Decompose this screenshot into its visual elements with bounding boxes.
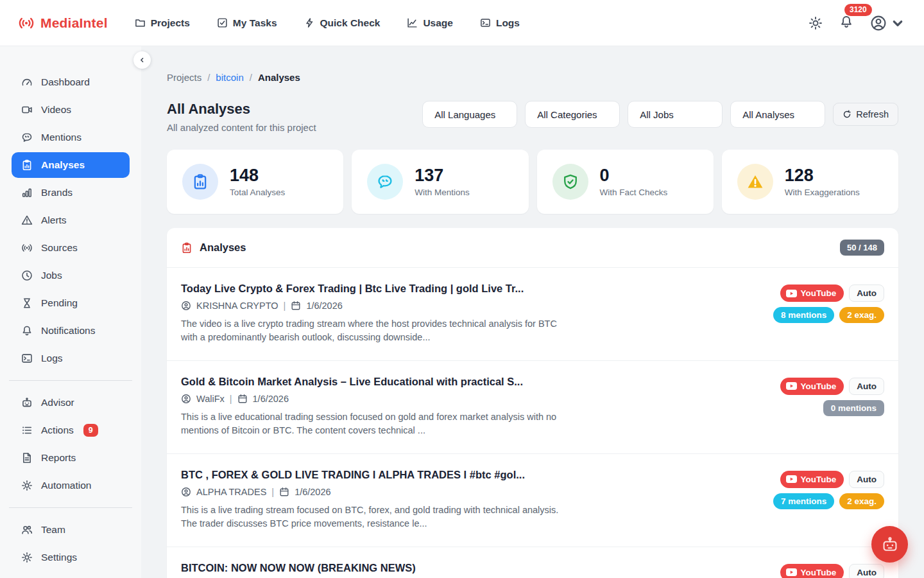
nav-item-usage[interactable]: Usage <box>407 17 453 29</box>
nav-item-my-tasks[interactable]: My Tasks <box>217 17 277 29</box>
analysis-author: ALPHA TRADES <box>196 487 266 497</box>
analysis-row[interactable]: BITCOIN: NOW NOW NOW (BREAKING NEWS)Cryp… <box>167 547 898 578</box>
auto-badge: Auto <box>849 378 884 395</box>
nav-item-quick-check[interactable]: Quick Check <box>304 17 381 29</box>
nav-item-label: Projects <box>151 17 190 29</box>
clipboard-chart-icon <box>21 159 33 171</box>
calendar-icon <box>291 301 301 311</box>
mention-bubble-icon <box>367 164 403 200</box>
stats-row: 148Total Analyses137With Mentions0With F… <box>167 150 898 214</box>
breadcrumb-project[interactable]: bitcoin <box>216 72 243 83</box>
report-icon <box>21 452 33 464</box>
sidebar-item-team[interactable]: Team <box>12 517 130 543</box>
avatar-icon <box>870 15 887 31</box>
advisor-chat-button[interactable] <box>871 526 908 563</box>
analysis-title[interactable]: BITCOIN: NOW NOW NOW (BREAKING NEWS) <box>181 562 566 574</box>
exaggerations-badge: 2 exag. <box>839 493 884 509</box>
sidebar-item-label: Automation <box>41 480 91 491</box>
sidebar-item-label: Advisor <box>41 397 74 408</box>
analysis-row-main: BITCOIN: NOW NOW NOW (BREAKING NEWS)Cryp… <box>181 562 566 578</box>
person-icon <box>181 394 191 404</box>
sidebar-item-notifications[interactable]: Notifications <box>12 318 130 344</box>
app-layout: DashboardVideosMentionsAnalysesBrandsAle… <box>0 46 924 578</box>
sidebar-divider <box>9 507 132 508</box>
sidebar-item-dashboard[interactable]: Dashboard <box>12 69 130 95</box>
nav-item-label: My Tasks <box>233 17 277 29</box>
sidebar-item-reports[interactable]: Reports <box>12 445 130 471</box>
sidebar-item-jobs[interactable]: Jobs <box>12 263 130 288</box>
filter-all-categories[interactable]: All Categories <box>525 101 620 128</box>
analysis-row-main: Gold & Bitcoin Market Analysis – Live Ed… <box>181 376 566 438</box>
folder-icon <box>135 17 146 28</box>
sidebar-item-automation[interactable]: Automation <box>12 473 130 498</box>
stat-value: 148 <box>230 166 285 186</box>
brand-logo[interactable]: MediaIntel <box>18 15 108 31</box>
theme-sun-icon[interactable] <box>809 16 823 30</box>
chevron-down-icon <box>889 15 906 31</box>
source-label: YouTube <box>801 288 837 298</box>
youtube-icon <box>786 382 797 390</box>
calendar-icon <box>279 487 289 497</box>
sidebar-item-logs[interactable]: Logs <box>12 346 130 371</box>
analysis-date: 1/6/2026 <box>306 301 342 311</box>
sidebar-item-pending[interactable]: Pending <box>12 290 130 316</box>
refresh-button[interactable]: Refresh <box>833 103 898 126</box>
analysis-row[interactable]: Gold & Bitcoin Market Analysis – Live Ed… <box>167 361 898 454</box>
youtube-icon <box>786 475 797 483</box>
nav-item-projects[interactable]: Projects <box>135 17 190 29</box>
analysis-title[interactable]: Today Live Crypto & Forex Trading | Btc … <box>181 283 566 295</box>
sidebar-item-mentions[interactable]: Mentions <box>12 125 130 150</box>
analyses-list-header: Analyses 50 / 148 <box>167 228 898 268</box>
breadcrumb-projects[interactable]: Projects <box>167 72 201 83</box>
bolt-icon <box>304 17 315 28</box>
main-content: Projects / bitcoin / Analyses All Analys… <box>141 46 924 578</box>
list-icon <box>21 425 33 436</box>
analysis-row[interactable]: BTC , FOREX & GOLD LIVE TRADING l ALPHA … <box>167 454 898 547</box>
sidebar-item-advisor[interactable]: Advisor <box>12 390 130 416</box>
analysis-title[interactable]: BTC , FOREX & GOLD LIVE TRADING l ALPHA … <box>181 469 566 481</box>
actions-count-badge: 9 <box>83 424 98 437</box>
warning-solid-icon <box>737 164 773 200</box>
exaggerations-badge: 2 exag. <box>839 307 884 323</box>
sidebar-item-brands[interactable]: Brands <box>12 180 130 206</box>
filter-value: All Jobs <box>640 109 674 120</box>
filter-all-analyses[interactable]: All Analyses <box>730 101 825 128</box>
analysis-badges: YouTubeAuto8 mentions3 exag. <box>746 562 884 578</box>
meta-separator: | <box>284 301 286 311</box>
filter-bar: All LanguagesAll CategoriesAll JobsAll A… <box>422 101 898 128</box>
filter-all-jobs[interactable]: All Jobs <box>628 101 723 128</box>
sidebar-item-label: Dashboard <box>41 76 90 88</box>
count-badge: 50 / 148 <box>840 240 884 256</box>
youtube-badge: YouTube <box>780 285 844 302</box>
sidebar-item-settings[interactable]: Settings <box>12 545 130 570</box>
sidebar-item-alerts[interactable]: Alerts <box>12 207 130 233</box>
sidebar-item-label: Reports <box>41 452 76 464</box>
stat-text: 137With Mentions <box>415 166 470 198</box>
analysis-row[interactable]: Today Live Crypto & Forex Trading | Btc … <box>167 268 898 361</box>
badge-line-source: YouTubeAuto <box>780 471 885 488</box>
hourglass-icon <box>21 297 33 309</box>
robot-icon <box>21 397 33 408</box>
terminal-icon <box>21 353 33 364</box>
chevron-left-icon <box>138 56 146 64</box>
sidebar-collapse-button[interactable] <box>133 51 151 69</box>
page-subtitle: All analyzed content for this project <box>167 122 316 133</box>
analysis-meta: KRISHNA CRYPTO|1/6/2026 <box>181 301 566 311</box>
filter-all-languages[interactable]: All Languages <box>422 101 517 128</box>
youtube-icon <box>786 290 797 297</box>
analyses-list-title: Analyses <box>200 241 246 254</box>
badge-line-counts: 0 mentions <box>823 400 884 416</box>
sidebar-item-sources[interactable]: Sources <box>12 235 130 261</box>
notifications-button[interactable]: 3120 <box>839 15 853 31</box>
nav-item-logs[interactable]: Logs <box>480 17 520 29</box>
analysis-row-main: Today Live Crypto & Forex Trading | Btc … <box>181 283 566 345</box>
analysis-meta: ALPHA TRADES|1/6/2026 <box>181 487 566 497</box>
sidebar-item-videos[interactable]: Videos <box>12 97 130 123</box>
analysis-title[interactable]: Gold & Bitcoin Market Analysis – Live Ed… <box>181 376 566 388</box>
user-menu[interactable] <box>870 15 906 31</box>
sidebar-item-analyses[interactable]: Analyses <box>12 152 130 178</box>
sidebar-item-actions[interactable]: Actions9 <box>12 417 130 443</box>
main-nav: ProjectsMy TasksQuick CheckUsageLogs <box>135 17 520 29</box>
filter-value: All Languages <box>434 109 495 120</box>
badge-line-source: YouTubeAuto <box>780 564 885 578</box>
